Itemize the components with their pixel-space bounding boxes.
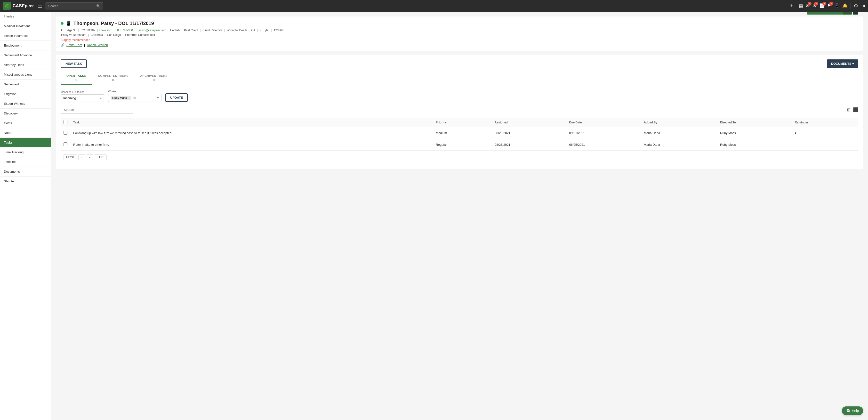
worker-remove-btn[interactable]: × [128,96,129,99]
task-search-input[interactable] [61,106,133,114]
plus-icon[interactable]: + [790,3,793,9]
flag-icon[interactable]: ⚑3 [827,3,831,8]
link-icon: 🔗 [61,43,64,47]
sidebar-item-costs[interactable]: Costs [0,118,51,128]
case-city: San Diego [107,33,121,37]
col-task: Task [70,118,433,127]
search-icon: 🔍 [96,4,100,8]
task-checkbox-1[interactable] [64,131,67,134]
tab-archived-tasks[interactable]: ARCHIVED TASKS 0 [134,72,173,85]
task-directed-to-2: Ruby Moss [717,139,792,151]
task-table: Task Priority Assigned Due Date Added By… [61,118,858,151]
fax-badge: 5 [823,2,826,6]
worker-dropdown-icon[interactable]: ▾ [157,96,159,100]
tab-open-tasks[interactable]: OPEN TASKS 2 [61,72,92,85]
top-navigation: 🌿 CASEpeer ☰ 🔍 + ▦ ✉1 ✉5 📄5 ⚑3 📱 🔔 ⚙ ⇥ [0,0,868,12]
clear-icon[interactable]: ⊗ [133,95,136,100]
worker-tag: Ruby Moss × [111,96,131,100]
tab-completed-tasks[interactable]: COMPLETED TASKS 0 [92,72,134,85]
topnav-actions: + ▦ ✉1 ✉5 📄5 ⚑3 📱 🔔 ⚙ ⇥ [790,3,865,9]
table-row: Refer Intake to other firm. Regular 08/2… [61,139,858,151]
case-age: Age 35 [67,29,76,32]
case-client-type: Past Client [184,29,198,32]
case-email-link[interactable]: jaclyn@casepeer.com [138,29,166,32]
sidebar-item-injuries[interactable]: Injuries [0,12,51,21]
select-all-checkbox[interactable] [64,120,67,124]
task-filters: Incoming / Outgoing Incoming Outgoing Al… [61,90,858,102]
pagination-prev[interactable]: « [78,154,85,160]
row-checkbox-cell [61,127,70,139]
sidebar-item-health-insurance[interactable]: Health Insurance [0,31,51,41]
worker-name: Ruby Moss [112,96,127,100]
case-gender: F [61,29,63,32]
sidebar-item-medical-treatment[interactable]: Medical Treatment [0,21,51,31]
pagination-next[interactable]: » [86,154,93,160]
sidebar-item-employment[interactable]: Employment [0,41,51,51]
mail-icon[interactable]: ✉5 [812,3,816,8]
logout-icon[interactable]: ⇥ [861,3,865,9]
divider2 [850,3,851,9]
case-number: 123368 [274,29,283,32]
pagination-first[interactable]: FIRST [64,154,78,160]
fax-icon[interactable]: 📄5 [819,3,824,8]
help-label: Help [852,409,859,413]
global-search-input[interactable] [48,4,94,8]
task-checkbox-2[interactable] [64,142,67,146]
case-dob: 02/01/1987 [81,29,95,32]
case-link-2[interactable]: Ranch, Warren [87,43,108,47]
task-tabs: OPEN TASKS 2 COMPLETED TASKS 0 ARCHIVED … [61,72,858,85]
app-name: CASEpeer [12,3,34,8]
filter-icon-btn[interactable]: ⊞ [847,107,850,113]
case-referral: Client Referrals [203,29,223,32]
documents-button[interactable]: DOCUMENTS ▾ [827,59,858,68]
sidebar-item-discovery[interactable]: Discovery [0,109,51,118]
global-search-box[interactable]: 🔍 [45,2,103,9]
phone-icon[interactable]: 📱 [834,3,839,8]
update-button[interactable]: UPDATE [165,93,188,102]
bell-icon[interactable]: 🔔 [842,3,848,8]
case-header: Pending Demand ☰ ▾ 📱 Thompson, Patsy - D… [56,17,863,51]
sidebar-item-attorney-liens[interactable]: Attorney Liens [0,60,51,70]
calendar-icon[interactable]: ▦ [799,3,803,8]
inbox-icon[interactable]: ✉1 [806,3,810,8]
direction-filter-label: Incoming / Outgoing [61,90,104,93]
sidebar-item-litigation[interactable]: Litigation [0,89,51,99]
sidebar-item-timeline[interactable]: Timeline [0,157,51,167]
case-links: 🔗 Smith, Tom | Ranch, Warren [61,43,858,47]
case-contact-pref: Preferred Contact: Text [125,33,155,37]
case-link-1[interactable]: Smith, Tom [66,43,82,47]
sidebar-item-settlement-advance[interactable]: Settlement Advance [0,51,51,60]
sidebar-item-expert-witness[interactable]: Expert Witness [0,99,51,109]
export-icon-btn[interactable]: ⬛ [853,107,858,113]
sidebar-item-notes[interactable]: Notes [0,128,51,138]
gear-icon[interactable]: ⚙ [854,3,858,9]
worker-filter-group: Worker Ruby Moss × ⊗ ▾ [108,90,161,102]
case-attorney: K. Tyler [260,29,269,32]
new-task-button[interactable]: NEW TASK [61,59,87,68]
sidebar-item-tasks[interactable]: Tasks [0,138,51,147]
sidebar-item-misc-liens[interactable]: Miscellaneous Liens [0,70,51,80]
task-description-2: Refer Intake to other firm. [70,139,433,151]
sidebar-item-documents[interactable]: Documents [0,167,51,177]
main-layout: InjuriesMedical TreatmentHealth Insuranc… [0,12,868,420]
case-ssn-link[interactable]: show ssn [99,29,111,32]
worker-filter-box[interactable]: Ruby Moss × ⊗ ▾ [108,94,161,102]
col-due-date: Due Date [566,118,641,127]
case-status-dot [61,22,64,25]
help-button[interactable]: 💬 Help [842,407,863,415]
direction-select[interactable]: Incoming Outgoing All [61,94,104,102]
case-title-text: Thompson, Patsy - DOL 11/17/2019 [73,21,154,26]
case-metadata: F | Age 35 | 02/01/1987 | show ssn | (80… [61,28,858,37]
task-directed-to-1: Ruby Moss [717,127,792,139]
hamburger-icon[interactable]: ☰ [38,3,42,9]
task-reminder-2 [792,139,858,151]
app-logo[interactable]: 🌿 CASEpeer [3,2,34,10]
task-reminder-1[interactable]: ▾ [792,127,858,139]
direction-select-wrap: Incoming Outgoing All [61,94,104,102]
sidebar-item-settlement[interactable]: Settlement [0,80,51,89]
pagination-last[interactable]: LAST [94,154,107,160]
case-phone-link[interactable]: (805) 746-3805 [115,29,134,32]
sidebar-item-statute[interactable]: Statute [0,177,51,186]
sidebar-item-time-tracking[interactable]: Time Tracking [0,147,51,157]
inbox-badge: 1 [808,2,811,6]
